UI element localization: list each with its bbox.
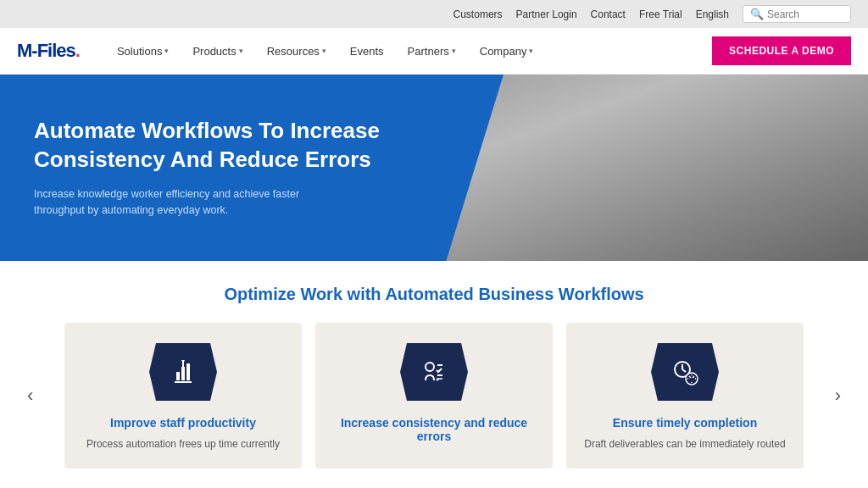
card-productivity: Improve staff productivity Process autom… xyxy=(64,323,302,469)
nav-label-products: Products xyxy=(192,45,236,58)
contact-link[interactable]: Contact xyxy=(591,8,626,20)
card-desc-timely: Draft deliverables can be immediately ro… xyxy=(584,436,785,452)
cards-container: Improve staff productivity Process autom… xyxy=(43,323,824,469)
chevron-down-icon: ▾ xyxy=(239,47,243,55)
nav-item-products[interactable]: Products ▾ xyxy=(181,40,254,63)
svg-rect-0 xyxy=(176,372,180,380)
card-timely: Ensure timely completion Draft deliverab… xyxy=(566,323,804,469)
nav-links: Solutions ▾ Products ▾ Resources ▾ Event… xyxy=(105,40,712,63)
card-desc-productivity: Process automation frees up time current… xyxy=(86,436,280,452)
svg-point-6 xyxy=(426,363,434,371)
svg-line-14 xyxy=(682,369,686,372)
card-title-consistency: Increase consistency and reduce errors xyxy=(332,416,536,443)
nav-item-resources[interactable]: Resources ▾ xyxy=(255,40,338,63)
cards-section: Optimize Work with Automated Business Wo… xyxy=(0,261,868,485)
carousel-prev-button[interactable]: ‹ xyxy=(17,385,43,407)
logo: M-Files. xyxy=(17,40,80,62)
free-trial-link[interactable]: Free Trial xyxy=(639,8,682,20)
nav-item-partners[interactable]: Partners ▾ xyxy=(396,40,468,63)
card-consistency: Increase consistency and reduce errors xyxy=(315,323,553,469)
nav-label-resources: Resources xyxy=(267,45,320,58)
logo-text: M-Files. xyxy=(17,40,80,61)
nav-item-company[interactable]: Company ▾ xyxy=(468,40,546,63)
productivity-icon xyxy=(168,357,198,387)
timely-icon xyxy=(670,357,700,387)
chevron-down-icon: ▾ xyxy=(529,47,533,55)
chevron-down-icon: ▾ xyxy=(164,47,169,55)
card-icon-productivity xyxy=(149,343,217,401)
chevron-down-icon: ▾ xyxy=(452,47,456,55)
search-box: 🔍 xyxy=(743,5,851,23)
hero-title: Automate Workflows To Increase Consisten… xyxy=(34,117,487,175)
cards-wrapper: ‹ Improve staff productivity Process aut… xyxy=(17,323,851,469)
nav-item-events[interactable]: Events xyxy=(338,40,396,63)
language-link[interactable]: English xyxy=(696,8,729,20)
card-icon-consistency xyxy=(400,343,468,401)
customers-link[interactable]: Customers xyxy=(453,8,503,20)
nav-item-solutions[interactable]: Solutions ▾ xyxy=(105,40,181,63)
nav-label-solutions: Solutions xyxy=(117,45,162,58)
schedule-demo-button[interactable]: SCHEDULE A DEMO xyxy=(712,36,851,65)
search-icon: 🔍 xyxy=(750,8,764,20)
carousel-next-button[interactable]: › xyxy=(825,385,851,407)
chevron-down-icon: ▾ xyxy=(322,47,326,55)
main-nav: M-Files. Solutions ▾ Products ▾ Resource… xyxy=(0,28,868,75)
consistency-icon xyxy=(419,357,449,387)
card-title-timely: Ensure timely completion xyxy=(613,416,757,430)
nav-label-company: Company xyxy=(480,45,527,58)
search-input[interactable] xyxy=(767,8,843,20)
card-title-productivity: Improve staff productivity xyxy=(110,416,256,430)
partner-login-link[interactable]: Partner Login xyxy=(516,8,577,20)
nav-label-events: Events xyxy=(350,45,384,58)
svg-rect-2 xyxy=(186,363,190,380)
svg-rect-1 xyxy=(181,367,185,380)
card-icon-timely xyxy=(651,343,719,401)
utility-bar: Customers Partner Login Contact Free Tri… xyxy=(0,0,868,28)
hero-description: Increase knowledge worker efficiency and… xyxy=(34,186,322,219)
hero-section: Automate Workflows To Increase Consisten… xyxy=(0,75,868,261)
section-title: Optimize Work with Automated Business Wo… xyxy=(17,285,851,304)
nav-label-partners: Partners xyxy=(408,45,449,58)
